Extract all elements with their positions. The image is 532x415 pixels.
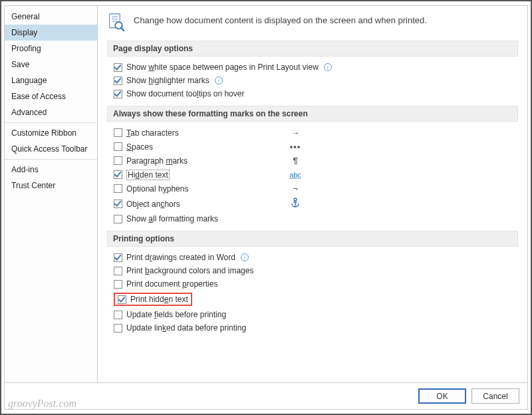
options-dialog: General Display Proofing Save Language E… — [4, 5, 528, 410]
hyphen-glyph-icon: ¬ — [285, 184, 305, 194]
hidden-text-glyph-icon: abc — [285, 170, 305, 180]
checkbox-print-hidden-text[interactable] — [118, 295, 126, 304]
sidebar-item-proofing[interactable]: Proofing — [5, 41, 97, 57]
sidebar-item-display[interactable]: Display — [5, 25, 97, 41]
info-icon[interactable]: i — [241, 253, 249, 261]
sidebar-item-quick-access-toolbar[interactable]: Quick Access Toolbar — [5, 141, 97, 157]
svg-point-6 — [294, 198, 297, 201]
label-paragraph-marks[interactable]: Paragraph marks — [126, 156, 219, 166]
sidebar-item-advanced[interactable]: Advanced — [5, 104, 97, 120]
checkbox-hidden-text[interactable] — [114, 170, 122, 179]
sidebar-item-language[interactable]: Language — [5, 72, 97, 88]
label-tooltips[interactable]: Show document tooltips on hover — [126, 89, 244, 98]
checkbox-highlighter[interactable] — [114, 76, 122, 85]
label-show-all-marks[interactable]: Show all formatting marks — [126, 214, 219, 223]
info-icon[interactable]: i — [324, 63, 332, 71]
anchor-glyph-icon — [285, 198, 305, 210]
sidebar-item-general[interactable]: General — [5, 9, 97, 25]
cancel-button[interactable]: Cancel — [471, 388, 519, 404]
checkbox-paragraph-marks[interactable] — [114, 156, 122, 165]
section-page-display: Page display options — [107, 41, 518, 57]
checkbox-white-space[interactable] — [114, 63, 122, 72]
checkbox-update-fields[interactable] — [114, 311, 122, 319]
sidebar-item-save[interactable]: Save — [5, 57, 97, 72]
label-spaces[interactable]: Spaces — [126, 142, 219, 152]
dialog-footer: OK Cancel — [5, 382, 527, 409]
label-tab-characters[interactable]: Tab characters — [126, 128, 219, 138]
checkbox-print-background[interactable] — [114, 267, 122, 275]
checkbox-print-properties[interactable] — [114, 280, 122, 289]
display-settings-icon — [107, 13, 126, 31]
checkbox-show-all-marks[interactable] — [114, 215, 122, 223]
highlight-callout: Print hidden text — [114, 293, 192, 306]
category-sidebar: General Display Proofing Save Language E… — [5, 6, 98, 382]
label-object-anchors[interactable]: Object anchors — [126, 200, 219, 209]
label-print-background[interactable]: Print background colors and images — [126, 266, 253, 275]
checkbox-print-drawings[interactable] — [114, 253, 122, 262]
checkbox-spaces[interactable] — [114, 142, 122, 151]
checkbox-update-linked[interactable] — [114, 324, 122, 333]
section-formatting-marks: Always show these formatting marks on th… — [107, 106, 518, 122]
label-update-linked[interactable]: Update linked data before printing — [126, 323, 246, 333]
ok-button[interactable]: OK — [418, 388, 466, 404]
sidebar-item-ease-of-access[interactable]: Ease of Access — [5, 88, 97, 104]
checkbox-optional-hyphens[interactable] — [114, 184, 122, 193]
spaces-glyph-icon: ••• — [285, 142, 305, 152]
checkbox-object-anchors[interactable] — [114, 200, 122, 208]
sidebar-item-add-ins[interactable]: Add-ins — [5, 162, 97, 178]
label-update-fields[interactable]: Update fields before printing — [126, 310, 226, 319]
label-highlighter[interactable]: Show highlighter marks — [126, 76, 209, 85]
paragraph-glyph-icon: ¶ — [285, 156, 305, 166]
label-print-drawings[interactable]: Print drawings created in Word — [126, 253, 235, 262]
label-white-space[interactable]: Show white space between pages in Print … — [126, 63, 319, 72]
checkbox-tab-characters[interactable] — [114, 128, 122, 137]
label-print-hidden-text[interactable]: Print hidden text — [130, 295, 188, 304]
section-printing-options: Printing options — [107, 231, 518, 247]
sidebar-item-customize-ribbon[interactable]: Customize Ribbon — [5, 125, 97, 141]
checkbox-tooltips[interactable] — [114, 90, 122, 98]
label-optional-hyphens[interactable]: Optional hyphens — [126, 184, 219, 194]
info-icon[interactable]: i — [215, 76, 223, 84]
label-hidden-text[interactable]: Hidden text — [126, 170, 219, 180]
label-print-properties[interactable]: Print document properties — [126, 279, 217, 289]
settings-panel: Change how document content is displayed… — [98, 6, 527, 382]
panel-description: Change how document content is displayed… — [134, 13, 427, 25]
tab-glyph-icon: → — [285, 128, 305, 138]
svg-line-5 — [121, 28, 124, 31]
sidebar-item-trust-center[interactable]: Trust Center — [5, 178, 97, 194]
